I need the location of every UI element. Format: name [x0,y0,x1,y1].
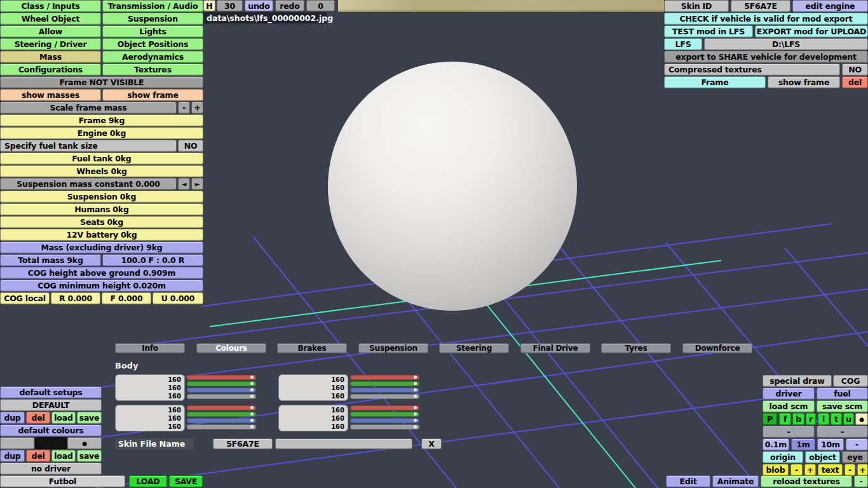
green-slider[interactable] [350,381,419,386]
blue-slider[interactable] [187,418,256,423]
setup-load-button[interactable]: load [51,412,76,424]
compressed-textures-toggle[interactable]: NO [842,64,868,76]
battery-mass-row[interactable]: 12V battery 0kg [0,229,203,241]
menu-transmission-audio[interactable]: Transmission / Audio [102,0,203,12]
colours-dup-button[interactable]: dup [0,450,25,462]
brightness-slider[interactable] [187,394,256,399]
dash-right-button[interactable]: - [817,426,868,438]
scale-1m-button[interactable]: 1m [791,438,815,451]
lfs-path-field[interactable]: D:\LFS [704,38,868,50]
toggle-f-button[interactable]: f [779,413,791,425]
scale-frame-mass-plus-button[interactable]: + [191,102,203,114]
vehicle-name-button[interactable]: Futbol [0,475,125,487]
fuel-tank-mass-row[interactable]: Fuel tank 0kg [0,152,203,165]
red-slider[interactable] [187,375,256,380]
red-slider[interactable] [350,375,419,380]
green-slider[interactable] [187,381,256,386]
tab-colours[interactable]: Colours [196,343,266,353]
slider-knob[interactable] [414,419,417,422]
frame-show-button[interactable]: show frame [768,76,840,88]
colour-preset-swatch[interactable] [35,437,67,449]
colour-preset-left[interactable] [0,437,34,449]
test-mod-button[interactable]: TEST mod in LFS [664,25,753,37]
tab-brakes[interactable]: Brakes [277,343,347,353]
slider-knob[interactable] [414,376,417,379]
menu-aerodynamics[interactable]: Aerodynamics [102,51,203,63]
tab-tyres[interactable]: Tyres [601,343,671,353]
menu-lights[interactable]: Lights [102,25,203,37]
slider-knob[interactable] [414,406,417,409]
redo-button[interactable]: redo [275,0,304,11]
default-colours-button[interactable]: default colours [0,424,102,437]
menu-object-positions[interactable]: Object Positions [102,38,203,50]
brightness-slider[interactable] [350,424,419,430]
compressed-textures-label[interactable]: Compressed textures [664,64,840,76]
reload-textures-button[interactable]: reload textures [761,475,852,487]
menu-class-inputs[interactable]: Class / Inputs [0,0,101,12]
slider-knob[interactable] [250,419,254,422]
blob-minus-button[interactable]: - [790,464,803,476]
suspension-mass-constant-label[interactable]: Suspension mass constant 0.000 [0,178,177,190]
skin-file-input[interactable] [275,438,412,449]
slider-knob[interactable] [250,425,254,428]
default-setups-button[interactable]: default setups [0,386,102,398]
load-scm-button[interactable]: load scm [763,400,815,412]
text-minus-button[interactable]: - [844,464,855,476]
tab-steering[interactable]: Steering [439,343,509,353]
tab-suspension[interactable]: Suspension [358,343,428,353]
specify-fuel-tank-label[interactable]: Specify fuel tank size [0,140,177,152]
skin-file-value-button[interactable]: 5F6A7E [213,438,273,449]
toggle-p-button[interactable]: P [763,413,777,425]
share-vehicle-button[interactable]: export to SHARE vehicle for development [664,51,868,63]
slider-knob[interactable] [414,395,417,398]
suspension-constant-right-arrow[interactable]: ► [191,178,203,190]
blue-slider[interactable] [350,388,419,393]
h-button[interactable]: H [203,0,215,11]
menu-steering-driver[interactable]: Steering / Driver [0,38,101,50]
tab-final-drive[interactable]: Final Drive [520,343,590,353]
scale-frame-mass-minus-button[interactable]: - [178,102,190,114]
slider-knob[interactable] [414,412,417,416]
seats-mass-row[interactable]: Seats 0kg [0,216,203,228]
red-slider[interactable] [187,405,256,410]
toggle-l-button[interactable]: l [818,413,829,425]
slider-knob[interactable] [414,382,417,385]
menu-configurations[interactable]: Configurations [0,64,101,76]
slider-knob[interactable] [250,395,254,398]
view-origin-button[interactable]: origin [763,451,803,463]
toggle-dot-button[interactable]: ● [855,413,868,425]
check-vehicle-button[interactable]: CHECK if vehicle is valid for mod export [664,13,868,25]
skin-file-clear-button[interactable]: X [421,438,442,449]
menu-suspension[interactable]: Suspension [102,13,203,25]
load-vehicle-button[interactable]: LOAD [129,475,167,487]
fuel-button[interactable]: fuel [817,388,868,400]
suspension-constant-left-arrow[interactable]: ◄ [178,178,190,190]
tab-info[interactable]: Info [115,343,185,353]
colours-save-button[interactable]: save [77,450,102,462]
cog-draw-button[interactable]: COG [833,375,868,387]
menu-wheel-object[interactable]: Wheel Object [0,13,101,25]
animate-mode-button[interactable]: Animate [712,475,759,487]
show-frame-button[interactable]: show frame [102,89,203,101]
slider-knob[interactable] [250,406,254,409]
no-driver-button[interactable]: no driver [0,463,102,475]
frame-mass-row[interactable]: Frame 9kg [0,114,203,126]
brightness-slider[interactable] [350,394,419,399]
setup-del-button[interactable]: del [26,412,50,424]
edit-engine-button[interactable]: edit engine [792,0,868,12]
skin-id-value-button[interactable]: 5F6A7E [731,0,790,12]
colours-del-button[interactable]: del [26,450,50,462]
humans-mass-row[interactable]: Humans 0kg [0,203,203,215]
specify-fuel-tank-toggle[interactable]: NO [178,140,203,152]
toggle-t-button[interactable]: t [831,413,842,425]
scale-10m-button[interactable]: 10m [817,438,844,451]
h-value-button[interactable]: 30 [217,0,243,11]
setup-dup-button[interactable]: dup [0,412,25,424]
tab-downforce[interactable]: Downforce [682,343,752,353]
toggle-r-button[interactable]: r [806,413,816,425]
colours-load-button[interactable]: load [51,450,76,462]
blue-slider[interactable] [187,388,256,393]
blob-button[interactable]: blob [763,464,789,476]
cog-local-r-field[interactable]: R 0.000 [51,292,100,304]
cog-local-f-field[interactable]: F 0.000 [102,292,151,304]
